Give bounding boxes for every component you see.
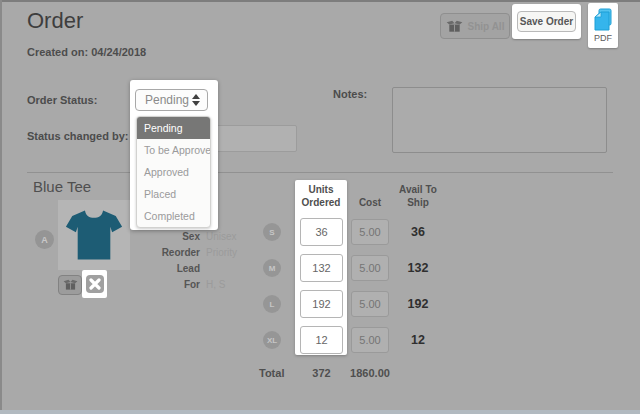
section-divider	[27, 172, 613, 173]
cost-header: Cost	[350, 196, 390, 209]
cost-field-l[interactable]: 5.00	[351, 291, 389, 317]
avail-value-l: 192	[398, 290, 438, 318]
cost-field-xl[interactable]: 5.00	[351, 327, 389, 353]
window-edge-left	[0, 0, 2, 414]
size-badge-m: M	[263, 259, 281, 277]
pdf-button[interactable]: PDF	[588, 3, 618, 48]
order-status-select[interactable]: Pending	[135, 89, 208, 111]
total-cost-value: 1860.00	[348, 367, 392, 379]
ship-box-icon	[446, 20, 463, 33]
menu-item-approved[interactable]: Approved	[137, 161, 210, 183]
size-badge-xl: XL	[263, 331, 281, 349]
pdf-label: PDF	[594, 33, 612, 43]
product-a-badge: A	[35, 230, 54, 249]
ship-item-button[interactable]	[58, 275, 82, 295]
menu-item-to-be-approved[interactable]: To be Approved	[137, 139, 210, 161]
remove-item-button[interactable]	[86, 275, 104, 293]
units-input-s[interactable]: 36	[300, 218, 343, 246]
product-name: Blue Tee	[33, 178, 91, 195]
units-input-xl[interactable]: 12	[300, 326, 343, 354]
status-changed-by-label: Status changed by:	[27, 130, 128, 142]
size-badge-l: L	[263, 295, 281, 313]
units-input-l[interactable]: 192	[300, 290, 343, 318]
units-ordered-header: Units Ordered	[295, 183, 347, 209]
tshirt-icon	[65, 207, 123, 263]
notes-textarea[interactable]	[392, 87, 607, 153]
menu-item-placed[interactable]: Placed	[137, 183, 210, 205]
window-edge-top	[0, 0, 640, 2]
order-page: Order Created on: 04/24/2018 Ship All Sa…	[0, 0, 640, 414]
attr-row-sex: Sex Unisex	[120, 228, 280, 244]
notes-label: Notes:	[333, 88, 367, 100]
menu-item-completed[interactable]: Completed	[137, 205, 210, 227]
total-label: Total	[259, 367, 284, 379]
window-edge-bottom	[0, 410, 640, 414]
avail-value-s: 36	[398, 218, 438, 246]
order-status-label: Order Status:	[27, 94, 97, 106]
cost-field-s[interactable]: 5.00	[351, 219, 389, 245]
size-badge-s: S	[263, 223, 281, 241]
ship-all-label: Ship All	[468, 21, 505, 32]
pdf-icon	[593, 8, 613, 32]
created-on-text: Created on: 04/24/2018	[27, 46, 146, 58]
ship-box-icon	[63, 279, 78, 291]
selected-status-text: Pending	[145, 93, 192, 107]
avail-value-m: 132	[398, 254, 438, 282]
attr-row-reorder: Reorder Priority	[120, 244, 280, 260]
attr-row-for: For H, S	[120, 276, 280, 292]
save-order-button[interactable]: Save Order	[517, 11, 576, 32]
units-input-m[interactable]: 132	[300, 254, 343, 282]
menu-item-pending[interactable]: Pending	[137, 117, 210, 139]
attr-row-lead: Lead	[120, 260, 280, 276]
close-icon	[89, 278, 101, 290]
total-units-value: 372	[300, 367, 343, 379]
page-title: Order	[27, 8, 83, 34]
ship-all-button[interactable]: Ship All	[440, 13, 510, 39]
order-status-menu: Pending To be Approved Approved Placed C…	[136, 116, 211, 228]
avail-value-xl: 12	[398, 326, 438, 354]
product-attributes: Sex Unisex Reorder Priority Lead For H, …	[120, 228, 280, 292]
avail-to-ship-header: Avail To Ship	[394, 183, 442, 209]
select-arrows-icon	[192, 94, 200, 106]
cost-field-m[interactable]: 5.00	[351, 255, 389, 281]
